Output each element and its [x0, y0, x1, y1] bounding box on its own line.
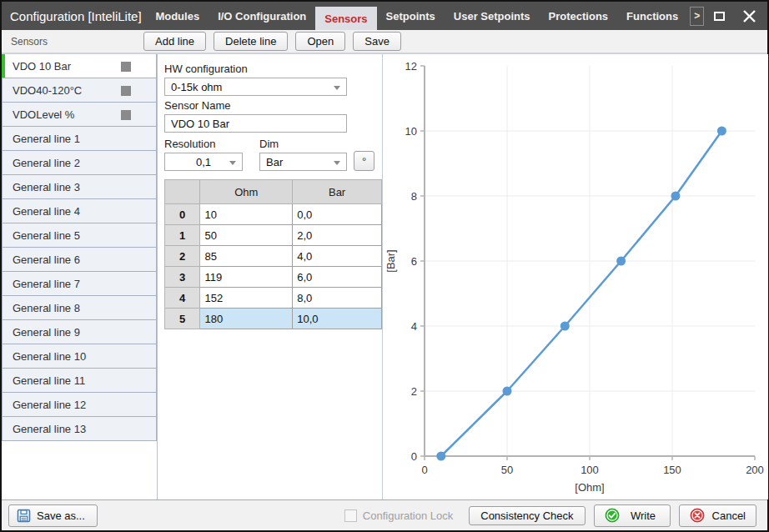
table-row: 31196,0 [165, 267, 382, 288]
sidebar-item-general-line-3[interactable]: General line 3 [2, 174, 157, 199]
sensors-toolbar: Sensors Add lineDelete lineOpenSave [2, 30, 767, 53]
ohm-cell[interactable]: 50 [200, 225, 293, 246]
sidebar-item-general-line-11[interactable]: General line 11 [2, 368, 157, 393]
y-tick-label: 10 [405, 125, 417, 138]
close-icon [742, 9, 756, 23]
window-title: Configuration [InteliLite] [10, 9, 142, 23]
sidebar-item-general-line-1[interactable]: General line 1 [2, 126, 157, 151]
table-row: 518010,0 [165, 309, 382, 329]
sidebar-item-general-line-9[interactable]: General line 9 [2, 319, 157, 344]
sensor-name-input[interactable] [164, 114, 347, 133]
sidebar-item-general-line-4[interactable]: General line 4 [2, 198, 157, 223]
column-header-ohm: Ohm [200, 180, 293, 204]
data-point[interactable] [436, 452, 445, 461]
tab-sensors[interactable]: Sensors [315, 7, 376, 30]
y-tick-label: 2 [411, 385, 417, 398]
save-as-label: Save as... [37, 509, 85, 523]
sidebar-item-general-line-13[interactable]: General line 13 [2, 416, 157, 441]
tab-setpoints[interactable]: Setpoints [377, 2, 445, 30]
data-point[interactable] [503, 387, 512, 396]
dim-group: Dim Bar [259, 134, 347, 171]
ohm-cell[interactable]: 152 [200, 288, 293, 309]
sidebar-item-general-line-10[interactable]: General line 10 [2, 344, 157, 369]
sidebar-item-general-line-8[interactable]: General line 8 [2, 295, 157, 320]
x-axis-title: [Ohm] [575, 481, 604, 494]
sidebar-item-vdo40-120-c[interactable]: VDO40-120°C [2, 78, 157, 103]
panel-label: Sensors [11, 36, 48, 48]
hw-configuration-value: 0-15k ohm [171, 81, 222, 93]
titlebar-tabs: ModulesI/O ConfigurationSensorsSetpoints… [146, 2, 687, 30]
degree-button[interactable]: ° [354, 151, 374, 171]
x-tick-label: 50 [501, 464, 513, 476]
sidebar-item-label: General line 12 [13, 399, 86, 411]
ohm-cell[interactable]: 10 [200, 204, 293, 225]
close-button[interactable] [739, 5, 761, 27]
tab-functions[interactable]: Functions [617, 2, 687, 30]
tab-modules[interactable]: Modules [146, 2, 209, 30]
y-tick-label: 12 [405, 60, 417, 73]
cancel-label: Cancel [712, 509, 746, 523]
cancel-button[interactable]: Cancel [679, 504, 756, 527]
ohm-cell[interactable]: 85 [200, 246, 293, 267]
sidebar-item-label: General line 3 [13, 181, 80, 193]
hw-configuration-select[interactable]: 0-15k ohm [164, 78, 347, 96]
row-index[interactable]: 2 [165, 246, 200, 267]
data-point[interactable] [671, 192, 680, 201]
row-index[interactable]: 0 [165, 204, 200, 225]
bar-cell[interactable]: 6,0 [293, 267, 382, 288]
sidebar-item-label: General line 10 [13, 350, 86, 363]
dim-select[interactable]: Bar [259, 153, 347, 171]
consistency-check-button[interactable]: Consistency Check [469, 506, 585, 525]
add-line-button[interactable]: Add line [143, 32, 206, 51]
row-index[interactable]: 1 [165, 225, 200, 246]
tab-protections[interactable]: Protections [540, 2, 618, 30]
toolbar-buttons: Add lineDelete lineOpenSave [143, 32, 401, 51]
sidebar-item-label: General line 4 [13, 205, 80, 218]
bar-cell[interactable]: 10,0 [293, 309, 382, 329]
data-point[interactable] [717, 127, 726, 136]
ohm-cell[interactable]: 119 [200, 267, 293, 288]
data-point[interactable] [616, 257, 626, 266]
sidebar-item-label: General line 11 [13, 374, 85, 387]
configuration-window: Configuration [InteliLite] ModulesI/O Co… [0, 0, 769, 532]
row-index[interactable]: 3 [165, 267, 200, 288]
sidebar-item-general-line-6[interactable]: General line 6 [2, 247, 157, 272]
chevron-down-icon [334, 161, 340, 165]
maximize-button[interactable] [709, 5, 731, 27]
table-row: 41528,0 [165, 288, 382, 309]
row-index[interactable]: 5 [165, 309, 200, 329]
sidebar-item-vdolevel[interactable]: VDOLevel % [2, 102, 157, 127]
cancel-icon [690, 508, 705, 523]
resolution-label: Resolution [164, 138, 243, 150]
bar-cell[interactable]: 4,0 [293, 246, 382, 267]
tabs-overflow-button[interactable]: > [690, 7, 704, 26]
sidebar-item-label: General line 5 [13, 229, 80, 242]
tab-i-o-configuration[interactable]: I/O Configuration [209, 2, 315, 30]
x-tick-label: 200 [746, 464, 764, 476]
write-button[interactable]: Write [594, 504, 671, 527]
sidebar-item-general-line-7[interactable]: General line 7 [2, 271, 157, 296]
bar-cell[interactable]: 0,0 [293, 204, 382, 225]
delete-line-button[interactable]: Delete line [214, 32, 288, 51]
curve-line [441, 131, 722, 456]
sidebar-item-label: General line 8 [13, 302, 80, 314]
tab-user-setpoints[interactable]: User Setpoints [445, 2, 540, 30]
resolution-select[interactable]: 0,1 [164, 153, 243, 171]
open-button[interactable]: Open [295, 32, 345, 51]
y-axis-title: [Bar] [384, 249, 397, 272]
data-point[interactable] [560, 322, 570, 331]
configuration-lock-group: Configuration Lock [344, 509, 453, 522]
sensor-points-table: OhmBar 0100,01502,02854,031196,041528,05… [164, 179, 382, 329]
sidebar-item-general-line-2[interactable]: General line 2 [2, 150, 157, 175]
bar-cell[interactable]: 8,0 [293, 288, 382, 309]
sensor-indicator-icon [121, 86, 131, 96]
save-as-button[interactable]: Save as... [8, 504, 98, 527]
hw-configuration-label: HW configuration [164, 63, 382, 75]
ohm-cell[interactable]: 180 [200, 309, 293, 329]
sidebar-item-vdo-10-bar[interactable]: VDO 10 Bar [2, 54, 157, 78]
sidebar-item-general-line-12[interactable]: General line 12 [2, 392, 157, 417]
bar-cell[interactable]: 2,0 [293, 225, 382, 246]
save-button[interactable]: Save [353, 32, 401, 51]
sidebar-item-general-line-5[interactable]: General line 5 [2, 223, 157, 248]
row-index[interactable]: 4 [165, 288, 200, 309]
